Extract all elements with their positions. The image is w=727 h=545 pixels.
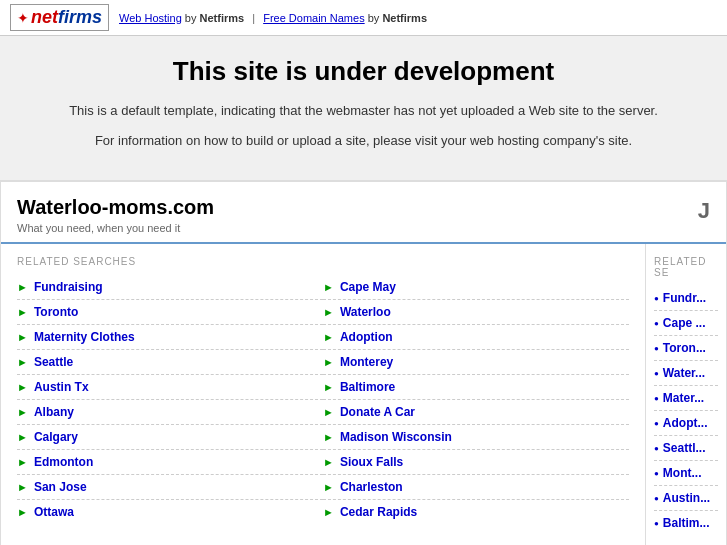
search-link[interactable]: Austin Tx bbox=[34, 380, 89, 394]
search-link[interactable]: Baltim... bbox=[663, 516, 710, 530]
search-link[interactable]: Mont... bbox=[663, 466, 702, 480]
list-item: ►Charleston bbox=[323, 475, 629, 500]
search-link[interactable]: Waterloo bbox=[340, 305, 391, 319]
list-item: ►Toronto bbox=[17, 300, 323, 325]
list-item: ●Water... bbox=[654, 361, 718, 386]
search-link[interactable]: Ottawa bbox=[34, 505, 74, 519]
list-item: ►Edmonton bbox=[17, 450, 323, 475]
bullet-icon: ● bbox=[654, 419, 659, 428]
search-link[interactable]: Charleston bbox=[340, 480, 403, 494]
search-link[interactable]: Fundraising bbox=[34, 280, 103, 294]
bullet-icon: ● bbox=[654, 444, 659, 453]
site-letter: J bbox=[698, 198, 710, 224]
arrow-icon: ► bbox=[17, 456, 28, 468]
list-item: ●Seattl... bbox=[654, 436, 718, 461]
search-link[interactable]: Fundr... bbox=[663, 291, 706, 305]
search-link[interactable]: Cape May bbox=[340, 280, 396, 294]
search-link[interactable]: Donate A Car bbox=[340, 405, 415, 419]
search-link[interactable]: Seattle bbox=[34, 355, 73, 369]
search-link[interactable]: Monterey bbox=[340, 355, 393, 369]
arrow-icon: ► bbox=[323, 306, 334, 318]
site-title: Waterloo-moms.com bbox=[17, 196, 214, 219]
search-link[interactable]: Maternity Clothes bbox=[34, 330, 135, 344]
logo-text: netfirms bbox=[31, 7, 102, 28]
related-searches-label: RELATED SEARCHES bbox=[17, 256, 629, 267]
bullet-icon: ● bbox=[654, 469, 659, 478]
bullet-icon: ● bbox=[654, 519, 659, 528]
bullet-icon: ● bbox=[654, 344, 659, 353]
bullet-icon: ● bbox=[654, 394, 659, 403]
arrow-icon: ► bbox=[17, 481, 28, 493]
list-item: ►Sioux Falls bbox=[323, 450, 629, 475]
list-item: ●Austin... bbox=[654, 486, 718, 511]
arrow-icon: ► bbox=[17, 431, 28, 443]
list-item: ►Cape May bbox=[323, 275, 629, 300]
bullet-icon: ● bbox=[654, 294, 659, 303]
arrow-icon: ► bbox=[17, 306, 28, 318]
arrow-icon: ► bbox=[17, 356, 28, 368]
list-item: ►Baltimore bbox=[323, 375, 629, 400]
list-item: ►Albany bbox=[17, 400, 323, 425]
search-link[interactable]: Edmonton bbox=[34, 455, 93, 469]
search-link[interactable]: Toron... bbox=[663, 341, 706, 355]
search-link[interactable]: Albany bbox=[34, 405, 74, 419]
bullet-icon: ● bbox=[654, 369, 659, 378]
bullet-icon: ● bbox=[654, 494, 659, 503]
arrow-icon: ► bbox=[323, 356, 334, 368]
list-item: ●Cape ... bbox=[654, 311, 718, 336]
site-content: Waterloo-moms.com What you need, when yo… bbox=[0, 181, 727, 545]
site-header: Waterloo-moms.com What you need, when yo… bbox=[1, 182, 726, 244]
right-search-column: ►Cape May►Waterloo►Adoption►Monterey►Bal… bbox=[323, 275, 629, 524]
search-link[interactable]: Cape ... bbox=[663, 316, 706, 330]
list-item: ►Fundraising bbox=[17, 275, 323, 300]
search-link[interactable]: Madison Wisconsin bbox=[340, 430, 452, 444]
arrow-icon: ► bbox=[323, 456, 334, 468]
list-item: ►Adoption bbox=[323, 325, 629, 350]
search-link[interactable]: Seattl... bbox=[663, 441, 706, 455]
list-item: ●Fundr... bbox=[654, 286, 718, 311]
search-link[interactable]: Toronto bbox=[34, 305, 78, 319]
free-domain-link[interactable]: Free Domain Names bbox=[263, 12, 364, 24]
under-dev-para1: This is a default template, indicating t… bbox=[40, 101, 687, 121]
arrow-icon: ► bbox=[17, 381, 28, 393]
arrow-icon: ► bbox=[323, 281, 334, 293]
arrow-icon: ► bbox=[17, 406, 28, 418]
list-item: ►Ottawa bbox=[17, 500, 323, 524]
far-right-column: ●Fundr...●Cape ...●Toron...●Water...●Mat… bbox=[654, 286, 718, 535]
arrow-icon: ► bbox=[323, 331, 334, 343]
list-item: ►Waterloo bbox=[323, 300, 629, 325]
link1-by: by bbox=[185, 12, 200, 24]
arrow-icon: ► bbox=[17, 281, 28, 293]
banner-links: Web Hosting by Netfirms | Free Domain Na… bbox=[119, 12, 427, 24]
search-link[interactable]: Sioux Falls bbox=[340, 455, 403, 469]
bullet-icon: ● bbox=[654, 319, 659, 328]
search-link[interactable]: Mater... bbox=[663, 391, 704, 405]
list-item: ●Mont... bbox=[654, 461, 718, 486]
search-link[interactable]: Cedar Rapids bbox=[340, 505, 417, 519]
arrow-icon: ► bbox=[323, 431, 334, 443]
list-item: ●Baltim... bbox=[654, 511, 718, 535]
arrow-icon: ► bbox=[17, 331, 28, 343]
list-item: ●Toron... bbox=[654, 336, 718, 361]
web-hosting-link[interactable]: Web Hosting bbox=[119, 12, 182, 24]
list-item: ►Cedar Rapids bbox=[323, 500, 629, 524]
netfirms-brand-2: Netfirms bbox=[382, 12, 427, 24]
list-item: ►Madison Wisconsin bbox=[323, 425, 629, 450]
arrow-icon: ► bbox=[323, 481, 334, 493]
list-item: ►Maternity Clothes bbox=[17, 325, 323, 350]
search-link[interactable]: Calgary bbox=[34, 430, 78, 444]
under-dev-para2: For information on how to build or uploa… bbox=[40, 131, 687, 151]
search-link[interactable]: Baltimore bbox=[340, 380, 395, 394]
search-link[interactable]: San Jose bbox=[34, 480, 87, 494]
search-link[interactable]: Water... bbox=[663, 366, 705, 380]
site-title-group: Waterloo-moms.com What you need, when yo… bbox=[17, 196, 214, 234]
search-link[interactable]: Adopt... bbox=[663, 416, 708, 430]
arrow-icon: ► bbox=[17, 506, 28, 518]
search-link[interactable]: Austin... bbox=[663, 491, 710, 505]
site-tagline: What you need, when you need it bbox=[17, 222, 214, 234]
search-link[interactable]: Adoption bbox=[340, 330, 393, 344]
right-related-label: RELATED SE bbox=[654, 256, 718, 278]
far-right-panel: RELATED SE ●Fundr...●Cape ...●Toron...●W… bbox=[646, 244, 726, 545]
left-search-column: ►Fundraising►Toronto►Maternity Clothes►S… bbox=[17, 275, 323, 524]
netfirms-logo[interactable]: ✦ netfirms bbox=[10, 4, 109, 31]
